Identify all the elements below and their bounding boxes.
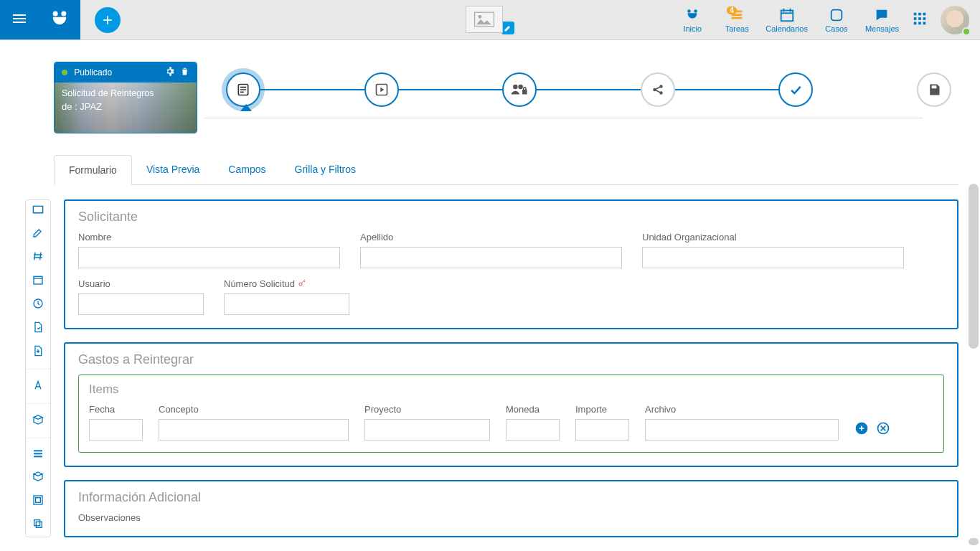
input-apellido[interactable] (360, 247, 622, 268)
input-archivo[interactable] (645, 419, 839, 441)
stepper-wrap (226, 62, 951, 118)
header-image-picker[interactable] (466, 6, 514, 33)
field-label-unidad: Unidad Organizacional (642, 232, 904, 242)
svg-rect-28 (34, 276, 42, 284)
section-solicitante[interactable]: Solicitante Nombre Apellido Unidad Organ… (64, 199, 958, 329)
svg-point-22 (519, 85, 524, 90)
input-usuario[interactable] (78, 293, 204, 315)
process-card[interactable]: Publicado Solicitud de Reintegros de : J… (54, 62, 197, 133)
svg-rect-26 (33, 206, 42, 212)
input-importe[interactable] (575, 419, 629, 441)
svg-point-4 (687, 9, 691, 13)
apps-grid-icon[interactable] (912, 11, 928, 29)
svg-rect-33 (34, 496, 42, 504)
scrollbar-icon[interactable] (969, 184, 979, 349)
menu-icon[interactable] (11, 10, 28, 29)
app-logo-icon[interactable] (50, 9, 70, 31)
avatar-wrap[interactable] (941, 6, 969, 34)
field-label-proyecto: Proyecto (364, 404, 490, 415)
trash-icon[interactable] (180, 67, 189, 78)
palette-copy-icon[interactable] (32, 518, 44, 532)
nav-label: Inicio (683, 24, 702, 33)
subsection-title: Items (89, 382, 933, 397)
input-numero[interactable] (224, 293, 349, 315)
svg-point-1 (61, 11, 66, 17)
subsection-items[interactable]: Items Fecha Concepto Proyecto Moneda Imp… (78, 375, 944, 453)
svg-rect-36 (36, 522, 42, 527)
tab-vista-previa[interactable]: Vista Previa (132, 155, 214, 184)
palette-text-icon[interactable] (32, 227, 44, 240)
svg-rect-32 (34, 456, 42, 457)
nav-label: Calendarios (765, 24, 808, 33)
key-icon (298, 278, 306, 289)
input-fecha[interactable] (89, 419, 143, 441)
process-status-label: Publicado (74, 67, 112, 77)
presence-dot-icon (962, 27, 971, 36)
input-proyecto[interactable] (364, 419, 490, 441)
nav-inicio[interactable]: Inicio (677, 7, 708, 33)
edit-image-icon[interactable] (501, 22, 514, 34)
palette-rows-icon[interactable] (32, 448, 44, 461)
svg-rect-30 (34, 450, 42, 451)
tab-formulario[interactable]: Formulario (54, 155, 132, 185)
input-unidad[interactable] (642, 247, 904, 268)
svg-point-5 (694, 9, 698, 13)
palette-download-icon[interactable] (33, 345, 43, 359)
section-info[interactable]: Información Adicional Observaciones (64, 480, 958, 537)
palette-box2-icon[interactable] (32, 471, 44, 484)
topbar-left (0, 0, 80, 39)
svg-point-37 (299, 283, 302, 286)
builder: Solicitante Nombre Apellido Unidad Organ… (7, 199, 973, 551)
create-button[interactable] (95, 7, 121, 33)
section-gastos[interactable]: Gastos a Reintegrar Items Fecha Concepto… (64, 342, 958, 467)
gear-icon[interactable] (165, 67, 174, 78)
status-dot-icon (62, 70, 67, 75)
svg-rect-18 (923, 22, 926, 25)
nav-calendarios[interactable]: Calendarios (765, 7, 808, 33)
process-subtitle: de : JPAZ (62, 101, 189, 112)
palette-number-icon[interactable] (32, 250, 44, 264)
field-label-observaciones: Observaciones (78, 512, 944, 523)
svg-rect-27 (33, 212, 42, 213)
head-row: Publicado Solicitud de Reintegros de : J… (7, 62, 973, 133)
palette-time-icon[interactable] (32, 298, 44, 311)
section-title: Solicitante (78, 209, 944, 225)
svg-rect-16 (914, 22, 917, 25)
nav-tareas[interactable]: 4 Tareas (721, 7, 753, 33)
svg-point-0 (53, 11, 58, 17)
tab-grilla[interactable]: Grilla y Filtros (281, 155, 371, 184)
palette-group-icon[interactable] (32, 494, 44, 508)
nav-casos[interactable]: Casos (821, 7, 852, 33)
palette-date-icon[interactable] (32, 274, 44, 288)
scrollbar-icon[interactable] (969, 538, 979, 545)
save-button[interactable] (917, 72, 951, 107)
input-moneda[interactable] (506, 419, 560, 441)
remove-row-icon[interactable] (876, 421, 890, 438)
svg-rect-6 (781, 10, 793, 21)
tab-campos[interactable]: Campos (214, 155, 280, 184)
add-row-icon[interactable] (854, 421, 869, 438)
field-label-archivo: Archivo (645, 404, 839, 415)
input-concepto[interactable] (159, 419, 349, 441)
svg-rect-8 (789, 8, 791, 11)
palette-layout-icon[interactable] (32, 204, 44, 217)
svg-rect-34 (36, 498, 41, 503)
step-play[interactable] (364, 72, 399, 107)
svg-rect-31 (34, 453, 42, 454)
step-form[interactable] (226, 72, 260, 107)
field-label-moneda: Moneda (506, 404, 560, 415)
input-nombre[interactable] (78, 247, 340, 268)
palette-font-icon[interactable] (32, 380, 44, 393)
palette-file-icon[interactable] (33, 321, 43, 335)
page: Publicado Solicitud de Reintegros de : J… (0, 40, 980, 551)
step-share[interactable] (641, 72, 675, 107)
nav-mensajes[interactable]: Mensajes (865, 7, 899, 33)
palette-box-icon[interactable] (32, 414, 44, 428)
step-done[interactable] (778, 72, 813, 107)
field-palette (25, 199, 51, 537)
step-permissions[interactable] (502, 72, 537, 107)
process-status: Publicado (62, 67, 112, 77)
nav-label: Mensajes (865, 24, 899, 33)
field-label-usuario: Usuario (78, 278, 204, 289)
svg-rect-7 (783, 8, 784, 11)
